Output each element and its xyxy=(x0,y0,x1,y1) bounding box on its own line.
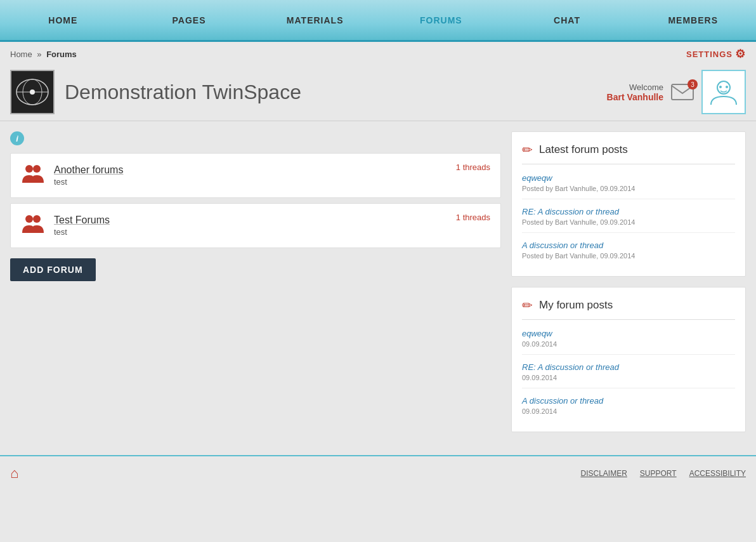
latest-posts-card: ✏ Latest forum posts eqweqw Posted by Ba… xyxy=(511,131,746,277)
support-link[interactable]: SUPPORT xyxy=(640,469,677,478)
latest-post-item: eqweqw Posted by Bart Vanhulle, 09.09.20… xyxy=(522,172,735,199)
my-post-item: A discussion or thread 09.09.2014 xyxy=(522,395,735,421)
sidebar: ✏ Latest forum posts eqweqw Posted by Ba… xyxy=(511,131,746,432)
forum-thread-count: 1 threads xyxy=(456,213,490,222)
nav-materials[interactable]: MATERIALS xyxy=(252,3,378,38)
settings-label: SETTINGS xyxy=(686,50,733,59)
main-content: i Another forums test 1 threads xyxy=(0,121,756,442)
svg-point-9 xyxy=(25,165,33,173)
post-title-link[interactable]: A discussion or thread xyxy=(522,396,603,406)
forum-details: Another forums test xyxy=(54,164,490,187)
svg-point-11 xyxy=(25,215,33,223)
forum-users-icon xyxy=(21,211,45,240)
latest-posts-header: ✏ Latest forum posts xyxy=(522,142,735,164)
avatar-icon xyxy=(708,76,740,108)
pencil-icon: ✏ xyxy=(522,142,533,157)
home-icon[interactable]: ⌂ xyxy=(10,465,18,482)
nav-pages[interactable]: PAGES xyxy=(126,3,252,38)
message-button[interactable]: 3 xyxy=(671,83,694,101)
post-meta: Posted by Bart Vanhulle, 09.09.2014 xyxy=(522,218,735,226)
breadcrumb: Home » Forums xyxy=(10,50,77,59)
project-image xyxy=(10,70,55,114)
my-post-item: RE: A discussion or thread 09.09.2014 xyxy=(522,361,735,388)
nav-members[interactable]: MEMBERS xyxy=(630,3,756,38)
forum-item: Test Forums test 1 threads xyxy=(10,203,501,248)
forum-name[interactable]: Another forums xyxy=(54,164,490,176)
svg-point-4 xyxy=(30,89,35,95)
latest-post-item: RE: A discussion or thread Posted by Bar… xyxy=(522,206,735,233)
my-posts-card: ✏ My forum posts eqweqw 09.09.2014 RE: A… xyxy=(511,287,746,432)
forum-item: Another forums test 1 threads xyxy=(10,153,501,198)
add-forum-button[interactable]: ADD FORUM xyxy=(10,258,96,281)
forum-details: Test Forums test xyxy=(54,215,490,237)
forum-thread-count: 1 threads xyxy=(456,162,490,172)
post-title-link[interactable]: RE: A discussion or thread xyxy=(522,207,619,216)
breadcrumb-current: Forums xyxy=(46,50,77,59)
latest-posts-title: Latest forum posts xyxy=(539,143,628,156)
forum-users-icon xyxy=(21,161,45,190)
svg-point-12 xyxy=(33,215,41,223)
post-title-link[interactable]: RE: A discussion or thread xyxy=(522,362,619,372)
post-meta: 09.09.2014 xyxy=(522,407,735,415)
info-icon-wrap: i xyxy=(10,131,501,145)
post-title-link[interactable]: eqweqw xyxy=(522,173,552,183)
breadcrumb-home[interactable]: Home xyxy=(10,50,32,59)
disclaimer-link[interactable]: DISCLAIMER xyxy=(580,469,627,478)
user-avatar xyxy=(701,70,746,114)
header-left: Demonstration TwinSpace xyxy=(10,70,301,114)
welcome-block: Welcome Bart Vanhulle xyxy=(607,83,663,102)
my-posts-header: ✏ My forum posts xyxy=(522,298,735,320)
header-right: Welcome Bart Vanhulle 3 xyxy=(607,70,746,114)
my-posts-title: My forum posts xyxy=(539,299,613,312)
nav-chat[interactable]: CHAT xyxy=(504,3,630,38)
page-title: Demonstration TwinSpace xyxy=(65,81,301,104)
my-post-item: eqweqw 09.09.2014 xyxy=(522,327,735,355)
navigation: HOME PAGES MATERIALS FORUMS CHAT MEMBERS xyxy=(0,0,756,42)
gear-icon: ⚙ xyxy=(735,47,746,61)
info-icon: i xyxy=(10,131,24,145)
nav-forums[interactable]: FORUMS xyxy=(378,3,504,38)
welcome-text: Welcome xyxy=(607,83,663,92)
forum-desc: test xyxy=(54,177,490,187)
page-header: Demonstration TwinSpace Welcome Bart Van… xyxy=(0,63,756,121)
breadcrumb-separator: » xyxy=(37,50,41,59)
forum-desc: test xyxy=(54,227,490,237)
forum-name[interactable]: Test Forums xyxy=(54,215,490,226)
post-title-link[interactable]: A discussion or thread xyxy=(522,241,603,250)
breadcrumb-bar: Home » Forums SETTINGS ⚙ xyxy=(0,42,756,63)
project-thumbnail xyxy=(13,73,51,111)
post-title-link[interactable]: eqweqw xyxy=(522,329,552,338)
footer: ⌂ DISCLAIMER SUPPORT ACCESSIBILITY xyxy=(0,455,756,491)
svg-point-8 xyxy=(726,86,728,88)
svg-point-7 xyxy=(719,86,722,88)
nav-home[interactable]: HOME xyxy=(0,3,126,38)
post-meta: 09.09.2014 xyxy=(522,340,735,348)
latest-post-item: A discussion or thread Posted by Bart Va… xyxy=(522,239,735,266)
message-count-badge: 3 xyxy=(688,79,698,89)
accessibility-link[interactable]: ACCESSIBILITY xyxy=(689,469,746,478)
footer-links: DISCLAIMER SUPPORT ACCESSIBILITY xyxy=(580,469,746,478)
svg-point-10 xyxy=(33,165,41,173)
post-meta: Posted by Bart Vanhulle, 09.09.2014 xyxy=(522,252,735,260)
user-name: Bart Vanhulle xyxy=(607,92,663,102)
post-meta: Posted by Bart Vanhulle, 09.09.2014 xyxy=(522,185,735,192)
post-meta: 09.09.2014 xyxy=(522,374,735,381)
pencil-icon: ✏ xyxy=(522,298,533,313)
settings-link[interactable]: SETTINGS ⚙ xyxy=(686,47,746,61)
forums-list-section: i Another forums test 1 threads xyxy=(10,131,511,432)
